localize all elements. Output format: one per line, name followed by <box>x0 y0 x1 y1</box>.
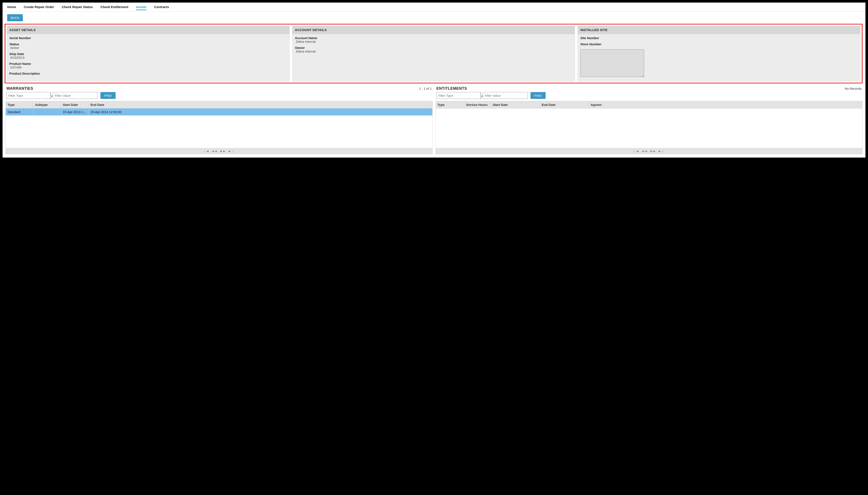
entitlements-grid: Type Service Hours Start Date End Date A… <box>436 101 863 154</box>
pager-last-icon[interactable]: ▶❘ <box>228 150 235 153</box>
col-service-hours[interactable]: Service Hours <box>465 101 491 108</box>
site-textarea[interactable] <box>580 49 644 77</box>
nav-create-repair-order[interactable]: Create Repair Order <box>24 4 54 10</box>
entitlements-filter-type[interactable]: ⌄ <box>436 92 481 99</box>
status-label: Status <box>10 42 287 46</box>
col-agreement[interactable]: Agreen <box>589 101 863 108</box>
account-details-header: ACCOUNT DETAILS <box>293 26 575 34</box>
warranties-filter-type[interactable]: ⌄ <box>6 92 51 99</box>
status-value: Active <box>10 46 287 50</box>
site-number-label: Site Number <box>580 36 858 40</box>
back-button[interactable]: BACK <box>7 14 23 21</box>
pager-first-icon[interactable]: ❘◀ <box>633 150 640 153</box>
account-details-panel: ACCOUNT DETAILS Account Name Zebra Inter… <box>292 26 575 82</box>
col-type[interactable]: Type <box>6 101 33 108</box>
product-name-label: Product Name <box>10 62 287 66</box>
installed-site-panel: INSTALLED SITE Site Number Store Number <box>578 26 861 82</box>
warranties-count: 1 - 1 of 1 <box>419 87 432 90</box>
pager-prev-icon[interactable]: ◀◀ <box>211 150 218 153</box>
details-highlight: ASSET DETAILS Serial Number Status Activ… <box>5 24 863 83</box>
app-window: Home Create Repair Order Check Repair St… <box>3 3 865 157</box>
col-start-date[interactable]: Start Date <box>61 101 89 108</box>
pager-first-icon[interactable]: ❘◀ <box>203 150 210 153</box>
warranties-filter-value-input[interactable] <box>53 92 98 99</box>
col-end-date[interactable]: End Date <box>540 101 589 108</box>
col-type[interactable]: Type <box>436 101 465 108</box>
ship-date-label: Ship Date <box>10 52 287 56</box>
entitlements-count: No Records <box>845 87 862 90</box>
nav-home[interactable]: Home <box>7 4 16 10</box>
entitlements-filter-type-input[interactable] <box>437 92 481 99</box>
owner-value: Zebra Internal <box>295 50 572 53</box>
warranties-section: WARRANTIES 1 - 1 of 1 ⌄ FIND Type Subtyp… <box>5 86 433 154</box>
pager-prev-icon[interactable]: ◀◀ <box>641 150 648 153</box>
asset-details-panel: ASSET DETAILS Serial Number Status Activ… <box>6 26 290 82</box>
cell-end: 15-Apr-2014 12:00:00 <box>89 108 432 116</box>
cell-start: 15-Apr-2013 12:0... <box>61 108 89 116</box>
installed-site-header: INSTALLED SITE <box>578 26 860 34</box>
account-name-value: Zebra Internal <box>295 40 572 44</box>
pager-next-icon[interactable]: ▶▶ <box>220 150 227 153</box>
ship-date-value: 4/15/2013 <box>10 56 287 59</box>
pager-last-icon[interactable]: ▶❘ <box>658 150 665 153</box>
table-row[interactable]: Standard 15-Apr-2013 12:0... 15-Apr-2014… <box>6 108 432 116</box>
entitlements-pager: ❘◀ ◀◀ ▶▶ ▶❘ <box>436 148 863 154</box>
account-name-label: Account Name <box>295 36 572 40</box>
warranties-find-button[interactable]: FIND <box>100 92 116 99</box>
product-description-label: Product Description <box>10 72 287 75</box>
top-nav: Home Create Repair Order Check Repair St… <box>3 3 865 12</box>
entitlements-filter-value-input[interactable] <box>483 92 528 99</box>
warranties-filter-type-input[interactable] <box>6 92 50 99</box>
nav-check-repair-status[interactable]: Check Repair Status <box>62 4 93 10</box>
serial-number-label: Serial Number <box>10 36 287 40</box>
warranties-pager: ❘◀ ◀◀ ▶▶ ▶❘ <box>6 148 432 154</box>
nav-contracts[interactable]: Contracts <box>154 4 169 10</box>
warranties-grid: Type Subtype Start Date End Date Standar… <box>5 101 433 154</box>
col-end-date[interactable]: End Date <box>89 101 432 108</box>
col-start-date[interactable]: Start Date <box>491 101 540 108</box>
lower-grids: WARRANTIES 1 - 1 of 1 ⌄ FIND Type Subtyp… <box>3 85 865 155</box>
nav-check-entitlement[interactable]: Check Entitlement <box>100 4 128 10</box>
asset-details-header: ASSET DETAILS <box>7 26 289 34</box>
nav-assets[interactable]: Assets <box>136 4 146 10</box>
product-name-value: G47490 <box>10 66 287 69</box>
entitlements-find-button[interactable]: FIND <box>531 92 546 99</box>
store-number-label: Store Number <box>580 42 858 46</box>
pager-next-icon[interactable]: ▶▶ <box>650 150 657 153</box>
entitlements-title: ENTITLEMENTS <box>436 86 467 91</box>
cell-subtype <box>33 108 61 116</box>
col-subtype[interactable]: Subtype <box>33 101 61 108</box>
owner-label: Owner <box>295 46 572 50</box>
cell-type: Standard <box>6 108 33 116</box>
entitlements-section: ENTITLEMENTS No Records ⌄ FIND Type Serv… <box>436 86 863 154</box>
warranties-title: WARRANTIES <box>6 86 33 91</box>
